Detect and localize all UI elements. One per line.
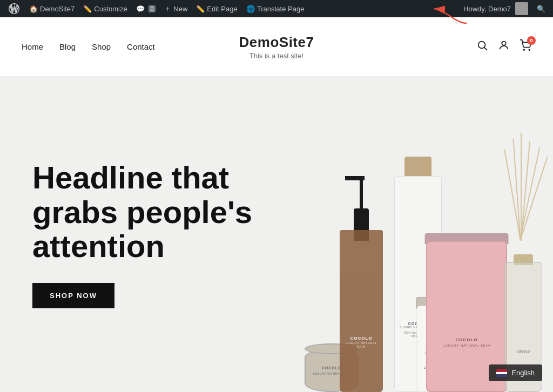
svg-point-5 [529,49,530,50]
hero-section: Headline that grabs people's attention S… [0,77,553,392]
lang-label: English [511,369,535,377]
edit-page-label: Edit Page [207,5,237,13]
svg-point-3 [502,42,505,45]
cart-button[interactable]: 0 [520,39,531,54]
wp-logo-button[interactable] [3,0,25,17]
flag-icon [496,369,507,377]
site-header: Home Blog Shop Contact DemoSite7 This is… [0,17,553,77]
site-logo: DemoSite7 This is a test site! [239,34,314,60]
nav-home[interactable]: Home [22,42,43,51]
edit-icon: ✏️ [196,5,205,13]
shop-now-button[interactable]: SHOP NOW [32,283,114,308]
nav-shop[interactable]: Shop [92,42,111,51]
account-button[interactable] [498,39,510,54]
search-admin-button[interactable]: 🔍 [532,0,550,17]
product-pump-bottle: COCOLO LUXURY NATURAL SKIN [337,176,386,392]
howdy-menu-item[interactable]: Howdy, Demo7 [459,0,532,17]
admin-bar-right: Howdy, Demo7 🔍 [459,0,550,17]
wordpress-icon [9,3,19,14]
cart-badge: 0 [527,36,536,45]
nav-blog[interactable]: Blog [59,42,76,51]
svg-line-2 [484,48,487,50]
new-label: New [173,5,187,13]
admin-bar: 🏠 DemoSite7 ✏️ Customize 💬 0 ＋ New ✏️ Ed… [0,0,553,17]
nav-contact[interactable]: Contact [127,42,155,51]
howdy-label: Howdy, Demo7 [463,5,511,13]
translate-page-menu-item[interactable]: 🌐 Translate Page [242,0,309,17]
customize-menu-item[interactable]: ✏️ Customize [79,0,131,17]
translate-page-label: Translate Page [257,5,305,13]
plus-icon: ＋ [164,4,171,13]
site-nav: Home Blog Shop Contact [22,42,155,51]
search-header-button[interactable] [476,39,488,54]
site-tagline: This is a test site! [239,52,314,60]
hero-content: Headline that grabs people's attention S… [0,128,302,341]
edit-page-menu-item[interactable]: ✏️ Edit Page [192,0,241,17]
site-label: DemoSite7 [40,5,75,13]
customize-label: Customize [94,5,127,13]
svg-point-4 [523,49,524,50]
site-menu-item[interactable]: 🏠 DemoSite7 [25,0,79,17]
site-icon: 🏠 [29,5,38,13]
svg-point-1 [478,42,485,49]
hero-headline: Headline that grabs people's attention [32,160,270,263]
new-menu-item[interactable]: ＋ New [160,0,192,17]
comments-menu-item[interactable]: 💬 0 [132,0,160,17]
translate-icon: 🌐 [246,5,255,13]
comments-count: 0 [149,5,156,12]
comments-icon: 💬 [136,5,145,13]
lang-switcher[interactable]: English [489,364,542,381]
product-diffuser: COCOLO [499,133,548,392]
search-icon: 🔍 [537,5,545,13]
customize-icon: ✏️ [83,5,92,13]
header-icons: 0 [476,39,531,54]
site-title: DemoSite7 [239,34,314,51]
avatar [515,2,528,15]
